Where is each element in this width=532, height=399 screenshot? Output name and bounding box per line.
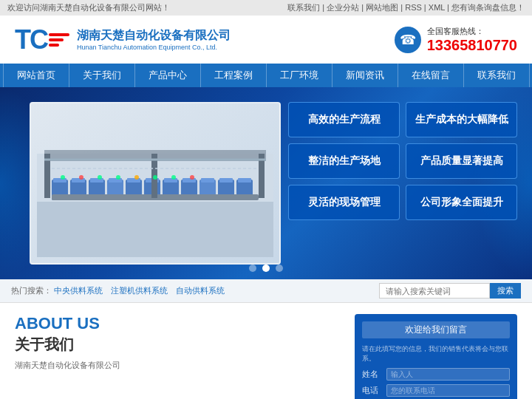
carousel-dots [249,265,283,272]
feature-btn-3[interactable]: 整洁的生产场地 [288,143,400,179]
link-branch[interactable]: 企业分站 [327,3,359,12]
about-title-cn: 关于我们 [15,335,340,355]
svg-point-32 [98,175,102,180]
factory-svg [37,109,273,257]
about-left: ABOUT US 关于我们 湖南天楚自动化设备有限公司 [15,314,340,399]
name-input[interactable] [386,368,510,381]
phone-input[interactable] [386,384,510,397]
nav-cases[interactable]: 工程案例 [201,64,267,87]
hot-term-2[interactable]: 注塑机供料系统 [111,286,168,295]
phone-label: 电话 [362,385,383,396]
nav-contact[interactable]: 联系我们 [464,64,530,87]
logo-area: TC 湖南天楚自动化设备有限公司 Hunan Tianchu Automatio… [15,24,231,55]
contact-name-field: 姓名 [362,368,510,381]
nav: 网站首页 关于我们 产品中心 工程案例 工厂环境 新闻资讯 在线留言 联系我们 [0,64,532,87]
company-name-cn: 湖南天楚自动化设备有限公司 [77,28,231,44]
svg-rect-22 [219,178,233,183]
search-bar: 热门搜索： 中央供料系统 注塑机供料系统 自动供料系统 搜索 [0,279,532,303]
svg-point-37 [190,175,194,180]
svg-point-34 [134,175,139,180]
about-section: ABOUT US 关于我们 湖南天楚自动化设备有限公司 欢迎给我们留言 请在此填… [0,303,532,399]
feature-btn-6[interactable]: 公司形象全面提升 [406,185,517,220]
feature-btn-4[interactable]: 产品质量显著提高 [406,143,517,179]
nav-about[interactable]: 关于我们 [69,64,135,87]
svg-rect-24 [238,178,251,183]
svg-point-30 [61,175,65,180]
hot-term-3[interactable]: 自动供料系统 [176,286,225,295]
dot-1[interactable] [249,265,256,272]
logo-letters: TC [15,24,47,55]
chat-widget-label: 欢迎给我们留言 [405,324,467,335]
hotline-number: 13365810770 [427,37,517,54]
about-description: 湖南天楚自动化设备有限公司 [15,359,340,372]
hot-term-1[interactable]: 中央供料系统 [54,286,103,295]
dot-3[interactable] [276,265,283,272]
top-bar-message: 您有询条询盘信息！ [451,3,525,12]
top-bar-links: 联系我们 | 企业分站 | 网站地图 | RSS | XML | 您有询条询盘信… [287,2,525,13]
hero-section: 高效的生产流程 生产成本的大幅降低 整洁的生产场地 产品质量显著提高 灵活的现场… [0,87,532,279]
logo-decoration [49,33,69,47]
hero-factory-image [30,102,281,265]
nav-message[interactable]: 在线留言 [398,64,464,87]
hot-search-area: 热门搜索： 中央供料系统 注塑机供料系统 自动供料系统 [11,285,231,296]
about-title-en-normal: ABOUT [15,314,72,332]
nav-factory[interactable]: 工厂环境 [267,64,332,87]
logo: TC [15,24,69,55]
about-title-en: ABOUT US [15,314,340,333]
hotline-label: 全国客服热线： [427,26,517,37]
nav-products[interactable]: 产品中心 [135,64,201,87]
nav-news[interactable]: 新闻资讯 [332,64,398,87]
link-sitemap[interactable]: 网站地图 [366,3,398,12]
name-label: 姓名 [362,369,383,380]
hotline-text: 全国客服热线： 13365810770 [427,26,517,54]
company-name-area: 湖南天楚自动化设备有限公司 Hunan Tianchu Automation E… [77,28,231,51]
svg-point-33 [116,175,120,180]
svg-point-31 [79,175,83,180]
nav-home[interactable]: 网站首页 [3,64,69,87]
contact-subtitle: 请在此填写您的信息，我们的销售代表将会与您联系。 [362,344,510,364]
header: TC 湖南天楚自动化设备有限公司 Hunan Tianchu Automatio… [0,16,532,64]
top-bar-welcome: 欢迎访问湖南天楚自动化设备有限公司网站！ [7,2,170,13]
link-rss[interactable]: RSS [405,3,422,12]
hero-features: 高效的生产流程 生产成本的大幅降低 整洁的生产场地 产品质量显著提高 灵活的现场… [288,102,517,220]
feature-btn-1[interactable]: 高效的生产流程 [288,102,400,137]
link-contact[interactable]: 联系我们 [287,3,320,12]
dot-2[interactable] [262,265,270,272]
feature-btn-2[interactable]: 生产成本的大幅降低 [406,102,517,137]
hotline-area: ☎ 全国客服热线： 13365810770 [395,26,517,54]
contact-phone-field: 电话 [362,384,510,397]
svg-rect-0 [37,198,273,257]
svg-point-35 [153,175,157,180]
search-button[interactable]: 搜索 [490,283,521,299]
top-bar: 欢迎访问湖南天楚自动化设备有限公司网站！ 联系我们 | 企业分站 | 网站地图 … [0,0,532,16]
hot-search-label: 热门搜索： [11,286,52,295]
feature-btn-5[interactable]: 灵活的现场管理 [288,185,400,220]
contact-form: 欢迎给我们留言 请在此填写您的信息，我们的销售代表将会与您联系。 姓名 电话 邮… [355,314,517,399]
about-title-en-accent: US [77,314,100,332]
search-input[interactable] [379,283,490,299]
company-name-en: Hunan Tianchu Automation Equipment Co., … [77,44,231,51]
search-input-area: 搜索 [379,283,521,299]
phone-icon: ☎ [395,27,421,53]
svg-rect-20 [201,178,214,183]
svg-point-36 [171,175,176,180]
link-xml[interactable]: XML [429,3,445,12]
contact-form-title: 欢迎给我们留言 [362,321,510,338]
